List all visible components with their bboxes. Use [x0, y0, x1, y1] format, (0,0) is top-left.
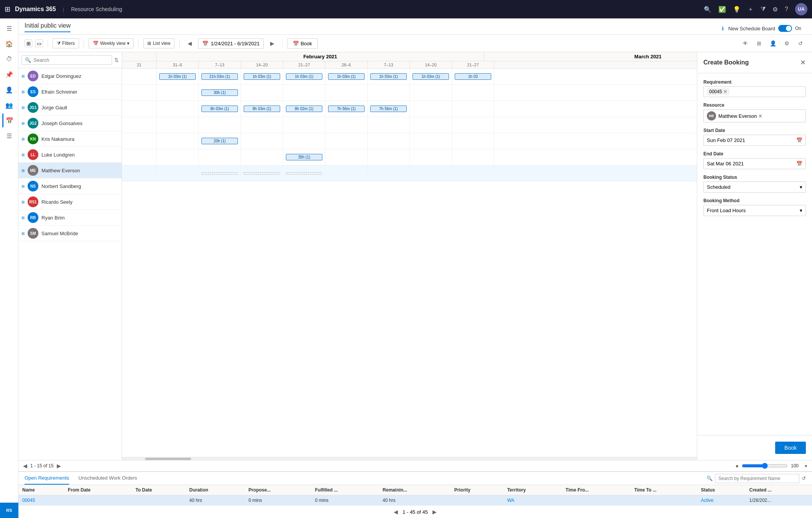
booking-entry[interactable]: 1h 03m (1)	[413, 73, 449, 80]
sidebar-pinned-icon[interactable]: 📌	[2, 68, 16, 81]
booking-entry[interactable]: 1h 03m (1)	[286, 73, 323, 80]
list-view-btn[interactable]: ⊞ List view	[143, 38, 175, 48]
plus-icon[interactable]: ＋	[748, 5, 754, 13]
expand-icon[interactable]: ⊞	[21, 153, 25, 157]
zoom-slider[interactable]	[742, 463, 788, 469]
scroll-thumb[interactable]	[145, 458, 191, 460]
list-item[interactable]: ⊞ ES Efrain Schreiner	[18, 84, 122, 100]
list-item[interactable]: ⊞ KN Kris Nakamura	[18, 131, 122, 147]
list-item[interactable]: ⊞ RS1 Ricardo Seely	[18, 194, 122, 210]
user-status-avatar[interactable]: RS	[0, 503, 18, 518]
expand-icon[interactable]: ⊞	[21, 74, 25, 78]
booking-entry[interactable]: 1h 03m (1)	[159, 73, 196, 80]
start-date-input[interactable]: Sun Feb 07 2021 📅	[703, 135, 806, 146]
circle-check-icon[interactable]: ✅	[718, 6, 726, 13]
sidebar-recent-icon[interactable]: ⏱	[2, 52, 16, 66]
req-territory-link[interactable]: WA	[507, 498, 515, 503]
info-icon[interactable]: ℹ	[722, 26, 724, 31]
list-item[interactable]: ⊞ ME Matthew Everson	[18, 163, 122, 178]
book-action-btn[interactable]: Book	[775, 442, 806, 454]
resource-input[interactable]: ME Matthew Everson ✕	[703, 109, 806, 122]
expand-icon[interactable]: ⊞	[21, 200, 25, 204]
prev-page-btn[interactable]: ◀	[23, 463, 27, 469]
grid-icon[interactable]: ⊞	[5, 5, 10, 13]
collapse-btn[interactable]: ▭	[35, 40, 43, 47]
sort-icon[interactable]: ⇅	[114, 57, 119, 63]
requirement-remove-btn[interactable]: ✕	[723, 89, 727, 94]
new-schedule-toggle[interactable]	[778, 25, 792, 32]
list-item[interactable]: ⊞ NS Norbert Sandberg	[18, 178, 122, 194]
person-icon[interactable]: 👤	[767, 38, 778, 49]
prev-date-btn[interactable]: ◀	[184, 38, 195, 49]
req-status-link[interactable]: Active	[701, 498, 714, 503]
columns-icon[interactable]: ⊞	[754, 38, 764, 49]
expand-icon[interactable]: ⊞	[21, 168, 25, 173]
req-refresh-icon[interactable]: ↺	[802, 475, 806, 481]
tab-open-requirements[interactable]: Open Requirements	[25, 472, 69, 485]
req-next-btn[interactable]: ▶	[432, 509, 437, 515]
user-avatar[interactable]: UA	[795, 3, 807, 15]
next-date-btn[interactable]: ▶	[267, 38, 277, 49]
expand-icon[interactable]: ⊞	[21, 121, 25, 125]
filter-icon[interactable]: ⧩	[761, 6, 766, 13]
sidebar-people-icon[interactable]: 👤	[2, 83, 16, 97]
req-search-input[interactable]	[715, 474, 799, 483]
booking-drag-entry[interactable]	[244, 172, 281, 175]
expand-icon[interactable]: ⊞	[21, 216, 25, 220]
resource-search-input[interactable]	[33, 57, 109, 63]
settings-toolbar-icon[interactable]: ⚙	[781, 38, 792, 49]
settings-icon[interactable]: ⚙	[772, 6, 778, 13]
collapse-requirements-btn[interactable]: ▾	[805, 463, 807, 469]
req-search-icon[interactable]: 🔍	[706, 475, 713, 481]
expand-icon[interactable]: ⊞	[21, 90, 25, 94]
sidebar-list-icon[interactable]: ☰	[2, 129, 16, 143]
booking-status-select[interactable]: Scheduled ▾	[703, 181, 806, 193]
list-item[interactable]: ⊞ JG2 Joseph Gonsalves	[18, 115, 122, 131]
booking-entry[interactable]: 7h 56m (1)	[370, 106, 407, 112]
expand-icon[interactable]: ⊞	[21, 106, 25, 110]
expand-icon[interactable]: ⊞	[21, 231, 25, 236]
list-item[interactable]: ⊞ RB Ryan Brim	[18, 210, 122, 226]
resource-remove-btn[interactable]: ✕	[758, 113, 762, 119]
booking-entry[interactable]: 20h (1)	[201, 138, 238, 144]
booking-drag-entry[interactable]	[201, 172, 238, 175]
booking-entry[interactable]: 21h 03m (1)	[201, 73, 238, 80]
booking-entry[interactable]: 1h 03	[455, 73, 492, 80]
sidebar-menu-icon[interactable]: ☰	[2, 21, 16, 35]
tab-unscheduled-work-orders[interactable]: Unscheduled Work Orders	[78, 472, 137, 485]
booking-entry[interactable]: 8h 02m (1)	[286, 106, 323, 112]
booking-entry[interactable]: 1h 03m (1)	[328, 73, 365, 80]
booking-entry[interactable]: 35h (1)	[286, 154, 323, 160]
lightbulb-icon[interactable]: 💡	[733, 6, 741, 13]
sidebar-home-icon[interactable]: 🏠	[2, 37, 16, 51]
booking-entry[interactable]: 7h 56m (1)	[328, 106, 365, 112]
refresh-icon[interactable]: ↺	[795, 38, 806, 49]
expand-icon[interactable]: ⊞	[21, 137, 25, 141]
booking-entry[interactable]: 1h 03m (1)	[370, 73, 407, 80]
expand-btn[interactable]: ⊞	[25, 40, 32, 47]
booking-method-select[interactable]: Front Load Hours ▾	[703, 205, 806, 216]
calendar-icon-start[interactable]: 📅	[796, 137, 802, 143]
date-range-btn[interactable]: 📅 1/24/2021 - 6/19/2021	[198, 38, 264, 49]
help-icon[interactable]: ?	[785, 6, 788, 13]
req-name-link[interactable]: 00045	[22, 498, 35, 503]
list-item[interactable]: ⊞ JG1 Jorge Gault	[18, 100, 122, 115]
booking-entry[interactable]: 8h 03m (1)	[244, 106, 281, 112]
expand-icon[interactable]: ⊞	[21, 184, 25, 188]
end-date-input[interactable]: Sat Mar 06 2021 📅	[703, 158, 806, 169]
sidebar-groups-icon[interactable]: 👥	[2, 98, 16, 112]
book-nav-btn[interactable]: 📅 Book	[287, 38, 318, 49]
requirement-input[interactable]: 00045 ✕	[703, 86, 806, 97]
list-item[interactable]: ⊞ LL Luke Lundgren	[18, 147, 122, 163]
booking-entry[interactable]: 1h 03m (1)	[244, 73, 281, 80]
calendar-icon-end[interactable]: 📅	[796, 161, 802, 167]
booking-drag-entry[interactable]	[286, 172, 323, 175]
list-item[interactable]: ⊞ ED Edgar Dominguez	[18, 68, 122, 84]
weekly-view-btn[interactable]: 📅 Weekly view ▾	[89, 38, 134, 48]
booking-entry[interactable]: 30h (1)	[201, 89, 238, 96]
booking-entry[interactable]: 8h 03m (1)	[201, 106, 238, 112]
list-item[interactable]: ⊞ SM Samuel McBride	[18, 226, 122, 241]
eye-icon[interactable]: 👁	[740, 38, 751, 49]
search-icon[interactable]: 🔍	[704, 6, 711, 13]
booking-close-btn[interactable]: ✕	[800, 58, 806, 67]
